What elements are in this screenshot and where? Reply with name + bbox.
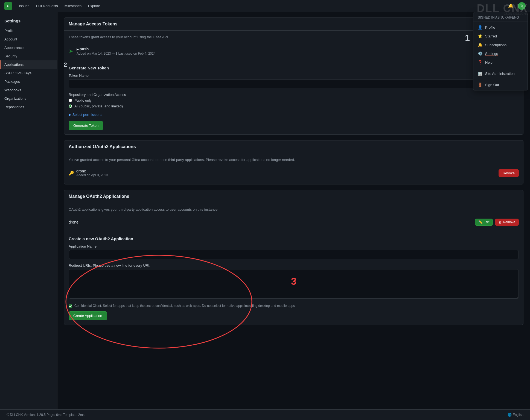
footer-language[interactable]: 🌐 English — [508, 413, 523, 417]
user-dropdown-menu: SIGNED IN AS JUKAIFENG 👤 Profile ⭐ Starr… — [473, 12, 528, 90]
info-icon: ℹ — [116, 52, 117, 55]
annotation-3-container: Redirect URIs. Please use a new line for… — [69, 263, 519, 299]
sidebar-item-appearance[interactable]: Appearance — [0, 43, 57, 52]
nav-issues[interactable]: Issues — [16, 2, 32, 10]
redirect-uri-textarea[interactable] — [69, 269, 519, 299]
globe-icon: 🌐 — [508, 413, 512, 417]
sidebar-item-profile[interactable]: Profile — [0, 27, 57, 35]
authorized-oauth2-title: Authorized OAuth2 Applications — [64, 140, 523, 153]
manage-access-tokens-body: These tokens grant access to your accoun… — [64, 31, 523, 134]
app-name-label: Application Name — [69, 244, 519, 248]
token-last-used: Last used on Feb 4, 2024 — [118, 52, 155, 55]
create-application-button[interactable]: Create Application — [69, 311, 107, 320]
generate-token-title: Generate New Token — [69, 66, 519, 70]
token-name-label: Token Name — [69, 74, 519, 78]
token-meta: Added on Mar 14, 2023 — ℹ Last used on F… — [77, 52, 156, 55]
token-name-input[interactable] — [69, 79, 519, 88]
dropdown-profile-label: Profile — [485, 25, 495, 30]
star-icon: ⭐ — [478, 34, 482, 38]
dropdown-subscriptions-label: Subscriptions — [485, 43, 506, 47]
sidebar-item-applications[interactable]: Applications 2 — [0, 60, 57, 69]
edit-oauth2-button[interactable]: ✏️ Edit — [475, 219, 493, 226]
footer: © DLLCNX Version: 1.20.5 Page: 6ms Templ… — [0, 409, 530, 420]
main-wrapper: Settings Profile Account Appearance Secu… — [0, 12, 530, 409]
nav-milestones[interactable]: Milestones — [62, 2, 84, 10]
sidebar: Settings Profile Account Appearance Secu… — [0, 12, 57, 409]
token-name-group: Token Name — [69, 74, 519, 88]
manage-oauth2-btns: ✏️ Edit 🗑 Remove — [475, 219, 519, 226]
manage-oauth2-body: OAuth2 applications gives your third-par… — [64, 203, 523, 325]
dropdown-site-admin-label: Site Administration — [485, 72, 515, 76]
dropdown-subscriptions[interactable]: 🔔 Subscriptions — [473, 40, 528, 49]
sidebar-item-security[interactable]: Security — [0, 52, 57, 60]
app-name-input[interactable] — [69, 250, 519, 259]
logo[interactable]: G — [4, 2, 12, 10]
authorized-oauth2-card: Authorized OAuth2 Applications You've gr… — [64, 140, 523, 184]
manage-oauth2-app-row: drone ✏️ Edit 🗑 Remove — [69, 216, 519, 228]
avatar[interactable]: J — [518, 2, 526, 10]
manage-access-tokens-desc: These tokens grant access to your accoun… — [69, 35, 519, 39]
authorized-oauth2-desc: You've granted access to your personal G… — [69, 158, 519, 162]
dropdown-starred[interactable]: ⭐ Starred — [473, 32, 528, 40]
subscriptions-icon: 🔔 — [478, 43, 482, 47]
sign-out-icon: 🚪 — [478, 83, 482, 87]
confidential-checkbox[interactable] — [69, 304, 72, 308]
help-icon: ❓ — [478, 60, 482, 64]
topnav: G Issues Pull Requests Milestones Explor… — [0, 0, 530, 12]
radio-all[interactable]: All (public, private, and limited) — [69, 104, 519, 108]
sidebar-item-packages[interactable]: Packages — [0, 77, 57, 86]
confidential-checkbox-row: Confidential Client. Select for apps tha… — [69, 304, 519, 308]
dropdown-profile[interactable]: 👤 Profile — [473, 23, 528, 32]
edit-icon: ✏️ — [479, 220, 483, 224]
key-icon: 🔑 — [69, 171, 74, 176]
manage-oauth2-title: Manage OAuth2 Applications — [64, 190, 523, 203]
footer-copyright: © DLLCNX Version: 1.20.5 Page: 6ms Templ… — [7, 413, 85, 417]
repo-access-label: Repository and Organization Access — [69, 93, 519, 97]
sidebar-item-account[interactable]: Account — [0, 35, 57, 43]
dropdown-settings[interactable]: ⚙️ Settings — [473, 49, 528, 58]
radio-public-only-input[interactable] — [69, 99, 72, 102]
radio-all-input[interactable] — [69, 104, 72, 108]
sidebar-item-repositories[interactable]: Repositories — [0, 103, 57, 111]
token-separator: — — [112, 52, 116, 55]
token-added: Added on Mar 14, 2023 — [77, 52, 111, 55]
radio-group: Public only All (public, private, and li… — [69, 98, 519, 108]
bell-icon[interactable]: 🔔 — [507, 2, 515, 10]
token-item-push: ➤ push Added on Mar 14, 2023 — ℹ Last us… — [69, 43, 519, 59]
remove-oauth2-button[interactable]: 🗑 Remove — [495, 219, 519, 226]
manage-access-tokens-card: Manage Access Tokens These tokens grant … — [64, 17, 523, 135]
dropdown-site-admin[interactable]: 🏢 Site Administration — [473, 69, 528, 78]
profile-icon: 👤 — [478, 25, 482, 30]
authorized-oauth2-app-row: 🔑 drone Added on Apr 3, 2023 Revoke — [69, 166, 519, 180]
create-oauth2-title: Create a new OAuth2 Application — [69, 236, 519, 241]
dropdown-sign-out[interactable]: 🚪 Sign Out — [473, 80, 528, 89]
dropdown-help[interactable]: ❓ Help — [473, 58, 528, 67]
sidebar-item-ssh-gpg[interactable]: SSH / GPG Keys — [0, 69, 57, 77]
nav-pull-requests[interactable]: Pull Requests — [33, 2, 61, 10]
radio-all-label: All (public, private, and limited) — [74, 104, 123, 108]
settings-icon: ⚙️ — [478, 51, 482, 56]
topnav-right: 🔔 J — [507, 2, 526, 10]
site-admin-icon: 🏢 — [478, 71, 482, 76]
select-permissions[interactable]: Select permissions — [69, 113, 519, 117]
token-info: ➤ push Added on Mar 14, 2023 — ℹ Last us… — [69, 47, 156, 55]
manage-oauth2-desc: OAuth2 applications gives your third-par… — [69, 207, 519, 212]
dropdown-sign-out-label: Sign Out — [485, 83, 499, 87]
radio-public-only[interactable]: Public only — [69, 98, 519, 102]
sidebar-item-webhooks[interactable]: Webhooks — [0, 86, 57, 94]
revoke-button[interactable]: Revoke — [499, 169, 519, 177]
create-oauth2-section: Create a new OAuth2 Application Applicat… — [69, 232, 519, 320]
manage-oauth2-app-name: drone — [69, 220, 78, 224]
authorized-app-added: Added on Apr 3, 2023 — [76, 173, 108, 177]
sidebar-item-organizations[interactable]: Organizations — [0, 94, 57, 103]
dropdown-starred-label: Starred — [485, 34, 497, 38]
app-name-group: Application Name — [69, 244, 519, 259]
remove-icon: 🗑 — [499, 220, 502, 224]
oauth2-app-info: 🔑 drone Added on Apr 3, 2023 — [69, 169, 108, 177]
dropdown-header: SIGNED IN AS JUKAIFENG — [473, 13, 528, 22]
repo-access-group: Repository and Organization Access Publi… — [69, 93, 519, 108]
generate-token-button[interactable]: Generate Token — [69, 121, 103, 130]
radio-public-only-label: Public only — [74, 98, 92, 102]
token-name: push — [77, 47, 156, 51]
nav-explore[interactable]: Explore — [85, 2, 103, 10]
